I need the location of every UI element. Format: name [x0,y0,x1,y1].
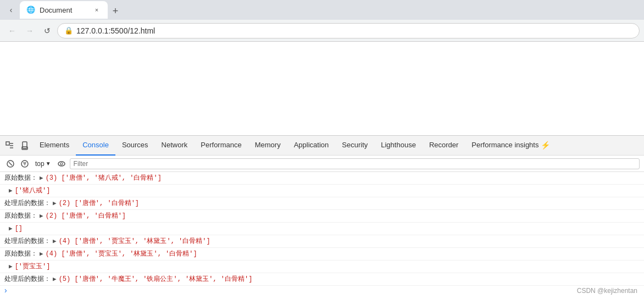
lock-icon: 🔒 [64,26,73,35]
console-value: [] [15,224,23,234]
watermark: CSDN @kejizhentan [577,287,637,295]
console-value: ['猪八戒'] [15,186,51,196]
eye-icon [58,160,65,168]
console-line: ▶ ['猪八戒'] [0,185,644,197]
clear-icon [7,160,14,168]
back-button[interactable]: ← [4,23,20,38]
address-bar: ← → ↺ 🔒 127.0.0.1:5500/12.html [0,20,644,42]
console-label: 处理后的数据： [4,198,51,208]
expand-arrow-icon[interactable]: ▶ [40,211,43,221]
svg-rect-4 [23,142,27,148]
svg-point-12 [58,162,65,166]
filter-button[interactable] [19,158,31,170]
forward-button[interactable]: → [22,23,37,38]
devtools-panel: Elements Console Sources Network Perform… [0,135,644,299]
url-text: 127.0.0.1:5500/12.html [76,26,155,35]
tab-console[interactable]: Console [76,136,115,156]
tab-title: Document [40,6,88,14]
tab-lighthouse[interactable]: Lighthouse [374,136,423,156]
url-bar[interactable]: 🔒 127.0.0.1:5500/12.html [57,23,640,38]
console-line: 处理后的数据： ▶ (2) ['唐僧', '白骨精'] [0,197,644,210]
page-content [0,42,644,135]
console-line: ▶ ['贾宝玉'] [0,261,644,273]
devtools-tabs: Elements Console Sources Network Perform… [0,136,644,156]
devtools-device-button[interactable] [18,138,33,153]
context-label: top [35,160,45,168]
clear-console-button[interactable] [4,158,16,170]
tab-application[interactable]: Application [287,136,336,156]
devtools-toolbar: top ▼ [0,156,644,172]
console-value: (2) ['唐僧', '白骨精'] [59,198,139,208]
tab-elements[interactable]: Elements [33,136,76,156]
devtools-inspect-button[interactable] [2,138,18,153]
bottom-arrow-icon: › [4,286,7,295]
console-label: 原始数据： [4,173,37,183]
expand-arrow-icon[interactable]: ▶ [53,274,57,284]
expand-arrow-icon[interactable]: ▶ [9,224,13,234]
console-line: 原始数据： ▶ (2) ['唐僧', '白骨精'] [0,210,644,223]
chevron-down-icon: ▼ [46,160,51,167]
console-label: 处理后的数据： [4,274,51,284]
svg-rect-0 [6,142,9,145]
filter-input[interactable] [70,158,640,169]
tab-close-icon[interactable]: × [92,5,101,14]
refresh-icon: ↺ [44,26,51,35]
expand-arrow-icon[interactable]: ▶ [53,198,57,208]
device-icon [21,141,30,150]
tab-performance-insights[interactable]: Performance insights ⚡ [465,136,557,156]
active-tab[interactable]: 🌐 Document × [20,1,108,19]
console-label: 原始数据： [4,249,37,259]
tab-performance[interactable]: Performance [194,136,248,156]
expand-arrow-icon[interactable]: ▶ [9,262,13,272]
console-value: (2) ['唐僧', '白骨精'] [46,211,126,221]
filter-icon [21,160,29,168]
expand-arrow-icon[interactable]: ▶ [53,236,57,246]
eye-button[interactable] [55,158,68,170]
inspect-icon [5,141,14,150]
console-output: 原始数据： ▶ (3) ['唐僧', '猪八戒', '白骨精'] ▶ ['猪八戒… [0,172,644,299]
forward-icon: → [26,26,34,35]
console-line: 原始数据： ▶ (4) ['唐僧', '贾宝玉', '林黛玉', '白骨精'] [0,248,644,261]
tab-bar: ‹ 🌐 Document × + [0,0,644,20]
expand-arrow-icon[interactable]: ▶ [40,249,43,259]
console-value: (3) ['唐僧', '猪八戒', '白骨精'] [46,173,162,183]
context-selector[interactable]: top ▼ [33,159,53,169]
tab-list: 🌐 Document × + [20,1,640,19]
expand-arrow-icon[interactable]: ▶ [9,186,13,196]
console-line: 原始数据： ▶ (3) ['唐僧', '猪八戒', '白骨精'] [0,172,644,185]
performance-insights-icon: ⚡ [541,141,550,150]
refresh-button[interactable]: ↺ [40,23,55,38]
console-value: ['贾宝玉'] [15,262,51,272]
svg-line-7 [9,162,12,165]
new-tab-button[interactable]: + [108,3,123,19]
tab-network[interactable]: Network [155,136,195,156]
console-value: (4) ['唐僧', '贾宝玉', '林黛玉', '白骨精'] [46,249,197,259]
console-value: (4) ['唐僧', '贾宝玉', '林黛玉', '白骨精'] [59,236,210,246]
browser-chrome: ‹ 🌐 Document × + ← → ↺ 🔒 [0,0,644,42]
console-line: 处理后的数据： ▶ (5) ['唐僧', '牛魔王', '铁扇公主', '林黛玉… [0,273,644,286]
console-value: (5) ['唐僧', '牛魔王', '铁扇公主', '林黛玉', '白骨精'] [59,274,253,284]
tab-recorder[interactable]: Recorder [423,136,465,156]
console-label: 处理后的数据： [4,236,51,246]
tab-list-back-button[interactable]: ‹ [4,3,18,16]
expand-arrow-icon[interactable]: ▶ [40,173,43,183]
console-line: ▶ [] [0,223,644,235]
tab-memory[interactable]: Memory [248,136,287,156]
back-icon: ← [8,26,16,35]
tab-sources[interactable]: Sources [115,136,155,156]
console-label: 原始数据： [4,211,37,221]
tab-favicon-icon: 🌐 [26,5,35,14]
svg-point-13 [60,163,63,165]
tab-security[interactable]: Security [335,136,374,156]
console-line: 处理后的数据： ▶ (4) ['唐僧', '贾宝玉', '林黛玉', '白骨精'… [0,235,644,248]
